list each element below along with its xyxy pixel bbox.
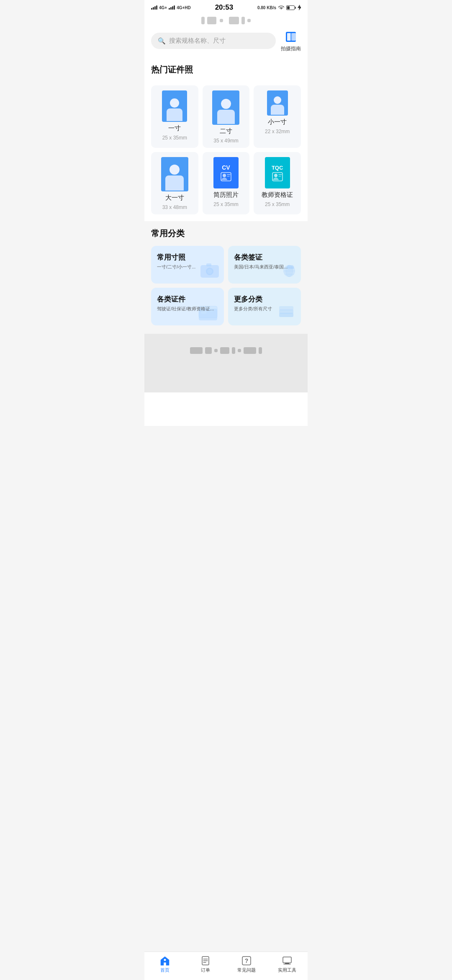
- order-icon: [200, 955, 211, 966]
- photo-name-6: 教师资格证: [262, 191, 293, 199]
- person-body-icon: [167, 108, 182, 121]
- svg-text:?: ?: [244, 957, 248, 964]
- signal-area: 4G+ 4G+HD: [151, 5, 191, 10]
- svg-point-31: [164, 959, 166, 961]
- category-card-3[interactable]: 各类证件 驾驶证/社保证/教师资格证...: [151, 288, 224, 325]
- category-section: 常用分类 常用寸照 一寸/二寸/小一寸... 各类签证 美国/日本/: [144, 221, 308, 334]
- svg-point-9: [274, 174, 277, 177]
- cat-subtitle-2: 美国/日本/马来西亚/泰国...: [234, 264, 295, 270]
- guide-label: 拍摄指南: [281, 45, 301, 52]
- photo-size-3: 22 x 32mm: [265, 129, 290, 134]
- category-card-1[interactable]: 常用寸照 一寸/二寸/小一寸...: [151, 246, 224, 284]
- svg-rect-38: [283, 957, 291, 963]
- charging-icon: [298, 5, 301, 10]
- home-icon: [159, 955, 170, 966]
- nav-item-home[interactable]: 首页: [144, 955, 185, 973]
- photo-size-5: 25 x 35mm: [213, 201, 238, 207]
- hot-section-title: 热门证件照: [151, 64, 301, 75]
- data-speed: 0.80 KB/s: [257, 5, 276, 10]
- question-icon: ?: [241, 955, 252, 966]
- person-head-icon: [170, 165, 180, 175]
- nav-label-faq: 常见问题: [237, 967, 256, 973]
- signal-bars: [151, 5, 157, 10]
- photo-thumb-3: [267, 90, 288, 116]
- photo-size-4: 33 x 48mm: [162, 204, 187, 210]
- header-logos: [144, 13, 308, 29]
- nav-label-tools: 实用工具: [278, 967, 296, 973]
- photo-thumb-2: [212, 90, 239, 125]
- guide-book-icon: [284, 30, 298, 44]
- photo-card-5[interactable]: CV 简历照片 25 x 35mm: [203, 152, 250, 214]
- photo-size-2: 35 x 49mm: [213, 138, 238, 144]
- category-card-2[interactable]: 各类签证 美国/日本/马来西亚/泰国... PASS: [228, 246, 301, 284]
- person-body-icon: [217, 110, 235, 124]
- logo-area: [201, 17, 251, 24]
- photo-thumb-5: CV: [213, 157, 239, 188]
- cat-title-1: 常用寸照: [157, 253, 218, 262]
- banner-content: [190, 347, 262, 354]
- nav-label-home: 首页: [160, 967, 170, 973]
- cv-label: CV: [222, 164, 230, 171]
- network-label-2: 4G+HD: [177, 5, 191, 10]
- status-right: 0.80 KB/s: [257, 5, 301, 10]
- photo-card-2[interactable]: 二寸 35 x 49mm: [203, 85, 250, 148]
- photo-card-6[interactable]: TQC 教师资格证 25 x 35mm: [254, 152, 301, 214]
- wifi-icon: [278, 5, 285, 10]
- nav-item-faq[interactable]: ? 常见问题: [226, 955, 267, 973]
- search-row: 🔍 搜索规格名称、尺寸 拍摄指南: [144, 29, 308, 57]
- hot-section-header: 热门证件照: [144, 57, 308, 85]
- battery-indicator: [286, 5, 296, 10]
- cat-title-3: 各类证件: [157, 294, 218, 304]
- cv-icon: [221, 172, 231, 181]
- photo-name-3: 小一寸: [268, 118, 287, 126]
- search-bar[interactable]: 🔍 搜索规格名称、尺寸: [151, 33, 276, 49]
- photo-name-4: 大一寸: [165, 194, 184, 202]
- search-icon: 🔍: [158, 37, 166, 45]
- photo-size-1: 25 x 35mm: [162, 135, 187, 141]
- photo-thumb-1: [162, 90, 187, 122]
- category-card-4[interactable]: 更多分类 更多分类/所有尺寸: [228, 288, 301, 325]
- person-head-icon: [274, 96, 281, 104]
- nav-item-tools[interactable]: 实用工具: [267, 955, 308, 973]
- bottom-nav: 首页 订单 ? 常见问题 实用工具: [144, 952, 308, 980]
- person-head-icon: [221, 99, 231, 109]
- photo-thumb-6: TQC: [265, 157, 290, 188]
- cat-title-2: 各类签证: [234, 253, 295, 262]
- person-body-icon: [165, 175, 184, 191]
- cat-subtitle-3: 驾驶证/社保证/教师资格证...: [157, 306, 218, 312]
- photo-thumb-4: [161, 157, 188, 191]
- banner-area: [144, 334, 308, 367]
- ad-space: [144, 367, 308, 392]
- photo-card-3[interactable]: 小一寸 22 x 32mm: [254, 85, 301, 148]
- network-label: 4G+: [159, 5, 167, 10]
- photo-grid: 一寸 25 x 35mm 二寸 35 x 49mm 小一寸: [144, 85, 308, 221]
- cat-subtitle-1: 一寸/二寸/小一寸...: [157, 264, 218, 270]
- svg-rect-2: [292, 33, 296, 41]
- main-content: 🔍 搜索规格名称、尺寸 拍摄指南 热门证件照: [144, 13, 308, 426]
- status-time: 20:53: [215, 3, 233, 12]
- book-icon: [283, 29, 298, 44]
- tqc-icon: [272, 172, 283, 181]
- nav-label-order: 订单: [201, 967, 210, 973]
- guide-button[interactable]: 拍摄指南: [281, 29, 301, 52]
- photo-name-5: 简历照片: [213, 191, 239, 199]
- photo-card-1[interactable]: 一寸 25 x 35mm: [151, 85, 198, 148]
- nav-item-order[interactable]: 订单: [185, 955, 226, 973]
- photo-name-2: 二寸: [220, 127, 232, 135]
- person-body-icon: [271, 105, 284, 115]
- search-placeholder-text: 搜索规格名称、尺寸: [169, 37, 226, 45]
- tools-icon: [282, 955, 293, 966]
- photo-size-6: 25 x 35mm: [265, 201, 290, 207]
- category-section-title: 常用分类: [151, 228, 301, 239]
- category-grid: 常用寸照 一寸/二寸/小一寸... 各类签证 美国/日本/马来西亚/泰国...: [151, 246, 301, 330]
- person-head-icon: [170, 98, 179, 108]
- cat-subtitle-4: 更多分类/所有尺寸: [234, 306, 295, 312]
- svg-point-5: [223, 174, 226, 177]
- status-bar: 4G+ 4G+HD 20:53 0.80 KB/s: [144, 0, 308, 13]
- cat-title-4: 更多分类: [234, 294, 295, 304]
- tqc-label: TQC: [272, 165, 283, 171]
- signal-bars-2: [169, 5, 175, 10]
- photo-card-4[interactable]: 大一寸 33 x 48mm: [151, 152, 198, 214]
- photo-name-1: 一寸: [168, 124, 181, 132]
